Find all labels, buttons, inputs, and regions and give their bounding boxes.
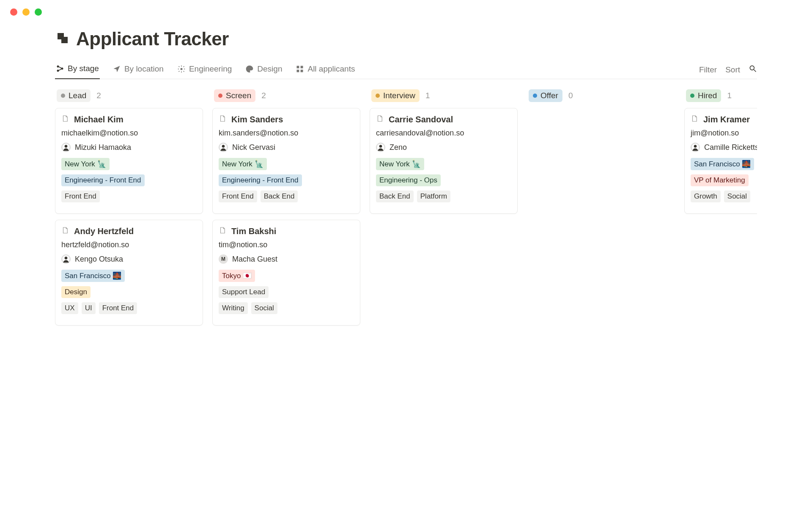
recruiter-row: Mizuki Hamaoka [61,143,197,152]
applicant-name: Tim Bakshi [231,226,276,236]
role-row: Engineering - Front End [219,174,354,186]
skills-row: Front EndBack End [219,190,354,202]
stage-pill[interactable]: Screen [214,89,255,102]
skill-tag: Writing [219,302,248,314]
skills-row: Front End [61,190,197,202]
location-tag: New York 🗽 [61,158,110,170]
branch-icon [56,64,64,73]
recruiter-row: Kengo Otsuka [61,254,197,264]
search-icon[interactable] [749,64,757,75]
recruiter-row: Nick Gervasi [219,143,354,152]
tab-design[interactable]: Design [244,61,283,79]
role-row: Support Lead [219,286,354,298]
tab-label: By stage [68,64,99,73]
tab-label: Design [257,64,282,74]
stage-pill[interactable]: Lead [57,89,91,102]
tab-all-applicants[interactable]: All applicants [295,61,356,79]
grid-icon [296,65,304,73]
kanban-board: Lead2Michael Kimmichaelkim@notion.soMizu… [55,89,757,331]
page-body: Applicant Tracker By stage By location E… [0,16,812,331]
stage-count: 2 [261,91,266,100]
recruiter-name: Nick Gervasi [232,143,275,152]
svg-rect-10 [301,69,303,72]
column-header: Hired1 [684,89,757,102]
svg-rect-7 [297,66,299,68]
column-header: Lead2 [55,89,203,102]
skill-tag: Front End [219,190,257,202]
applicant-card[interactable]: Michael Kimmichaelkim@notion.soMizuki Ha… [55,108,203,214]
card-title-row: Carrie Sandoval [376,114,511,124]
stage-label: Offer [540,91,558,100]
location-row: New York 🗽 [61,158,197,170]
location-row: San Francisco 🌉 [691,158,757,170]
location-tag: Tokyo 🇯🇵 [219,270,255,282]
applicant-card[interactable]: Tim Bakshitim@notion.soMMacha GuestTokyo… [212,220,360,326]
avatar [376,143,385,152]
skill-tag: UX [61,302,78,314]
tab-engineering[interactable]: Engineering [176,61,233,79]
applicant-card[interactable]: Kim Sanderskim.sanders@notion.soNick Ger… [212,108,360,214]
column-interview: Interview1Carrie Sandovalcarriesandoval@… [370,89,518,331]
tab-by-location[interactable]: By location [112,61,165,79]
minimize-window-button[interactable] [22,8,30,16]
recruiter-row: Camille Ricketts [691,143,757,152]
applicant-card[interactable]: Jim Kramerjim@notion.soCamille RickettsS… [684,108,757,214]
applicant-name: Carrie Sandoval [389,115,453,124]
role-row: Design [61,286,197,298]
stage-pill[interactable]: Offer [529,89,562,102]
applicant-email: jim@notion.so [691,129,757,138]
document-icon [61,114,69,124]
location-row: San Francisco 🌉 [61,270,197,282]
svg-point-5 [249,66,250,67]
stage-label: Lead [69,91,86,100]
svg-point-6 [251,68,252,69]
maximize-window-button[interactable] [35,8,42,16]
location-tag: San Francisco 🌉 [61,270,125,282]
filter-button[interactable]: Filter [699,65,717,75]
tab-by-stage[interactable]: By stage [55,61,100,79]
skills-row: WritingSocial [219,302,354,314]
document-icon [376,114,384,124]
location-tag: New York 🗽 [219,158,267,170]
location-tag: San Francisco 🌉 [691,158,754,170]
applicant-card[interactable]: Carrie Sandovalcarriesandoval@notion.soZ… [370,108,518,214]
stage-label: Hired [698,91,717,100]
sort-button[interactable]: Sort [725,65,740,75]
location-tag: New York 🗽 [376,158,424,170]
svg-line-12 [754,70,756,72]
role-tag: Design [61,286,91,298]
role-tag: VP of Marketing [691,174,749,186]
applicant-card[interactable]: Andy Hertzfeldhertzfeld@notion.soKengo O… [55,220,203,326]
close-window-button[interactable] [10,8,17,16]
avatar: M [219,254,228,264]
tab-label: By location [124,64,164,74]
stage-count: 2 [96,91,101,100]
svg-point-16 [65,257,68,260]
page-icon [55,30,70,47]
stage-pill[interactable]: Hired [686,89,721,102]
recruiter-name: Kengo Otsuka [75,255,123,264]
svg-point-14 [65,145,68,148]
document-icon [219,114,226,124]
skills-row: GrowthSocial [691,190,757,202]
location-row: New York 🗽 [219,158,354,170]
card-title-row: Andy Hertzfeld [61,226,197,236]
skill-tag: Growth [691,190,721,202]
stage-pill[interactable]: Interview [371,89,420,102]
stage-count: 0 [568,91,573,100]
svg-point-11 [750,66,754,70]
card-title-row: Jim Kramer [691,114,757,124]
stage-label: Interview [383,91,415,100]
role-tag: Engineering - Front End [61,174,145,186]
svg-point-3 [180,68,182,70]
applicant-name: Jim Kramer [703,115,750,124]
gear-icon [177,65,186,73]
role-tag: Engineering - Ops [376,174,441,186]
location-row: New York 🗽 [376,158,511,170]
view-tabs: By stage By location Engineering Design … [55,61,757,79]
applicant-email: hertzfeld@notion.so [61,240,197,249]
applicant-email: kim.sanders@notion.so [219,129,354,138]
stage-count: 1 [727,91,732,100]
recruiter-name: Macha Guest [232,255,277,264]
column-header: Interview1 [370,89,518,102]
